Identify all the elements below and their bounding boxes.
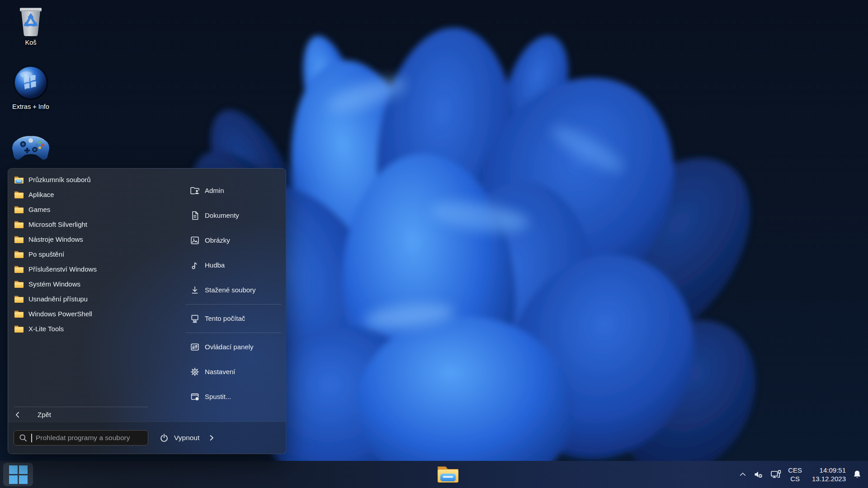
places-separator xyxy=(185,304,281,305)
recycle-bin-icon xyxy=(5,5,56,37)
start-menu-bottom-bar: Prohledat programy a soubory Vypnout xyxy=(8,422,286,454)
start-folder-list: Průzkumník souborů Aplikace Games Micros… xyxy=(8,172,152,336)
start-folder-x-lite-tools[interactable]: X-Lite Tools xyxy=(8,321,152,336)
back-button[interactable]: Zpět xyxy=(8,407,152,422)
folder-icon xyxy=(14,220,24,229)
start-folder-label: Příslušenství Windows xyxy=(28,265,97,273)
clock-date: 13.12.2023 xyxy=(808,474,846,483)
start-folder-microsoft-silverlight[interactable]: Microsoft Silverlight xyxy=(8,217,152,232)
folder-icon xyxy=(14,250,24,258)
start-folder-label: Nástroje Windows xyxy=(28,235,83,243)
desktop-icon-extras-info[interactable]: Extras + Info xyxy=(5,65,56,111)
start-place-label: Nastavení xyxy=(205,368,236,375)
chevron-left-icon xyxy=(14,411,21,418)
start-folder-label: Windows PowerShell xyxy=(28,310,92,318)
control-panel-icon xyxy=(189,342,200,352)
file-explorer-folder-icon xyxy=(14,175,24,184)
start-folder-label: Microsoft Silverlight xyxy=(28,221,87,228)
run-icon xyxy=(189,391,200,402)
start-folder-games[interactable]: Games xyxy=(8,202,152,217)
language-code: CS xyxy=(788,474,802,483)
start-folder-label: Průzkumník souborů xyxy=(28,176,91,183)
search-input[interactable]: Prohledat programy a soubory xyxy=(14,430,148,446)
start-place-label: Stažené soubory xyxy=(205,286,256,294)
start-place-label: Spustit... xyxy=(205,393,231,400)
start-place-nastaveni[interactable]: Nastavení xyxy=(185,359,281,384)
back-label: Zpět xyxy=(38,411,51,418)
start-folder-system-windows[interactable]: Systém Windows xyxy=(8,277,152,291)
settings-icon xyxy=(189,366,200,377)
desktop-icon-label: Koš xyxy=(5,39,56,47)
start-folder-label: Usnadnění přístupu xyxy=(28,295,88,303)
start-folder-label: Games xyxy=(28,206,50,213)
start-menu: Průzkumník souborů Aplikace Games Micros… xyxy=(8,168,286,454)
folder-icon xyxy=(14,280,24,288)
start-menu-main: Průzkumník souborů Aplikace Games Micros… xyxy=(8,169,286,422)
power-button[interactable]: Vypnout xyxy=(159,422,216,454)
language-name: CES xyxy=(788,466,802,475)
start-menu-places-column: Admin Dokumenty Obrázky Hudba Stažené so… xyxy=(185,169,281,409)
volume-muted-icon[interactable] xyxy=(753,469,764,480)
start-place-hudba[interactable]: Hudba xyxy=(185,253,281,277)
start-folder-label: X-Lite Tools xyxy=(28,325,64,333)
folder-list-spacer xyxy=(8,336,152,407)
file-explorer-icon xyxy=(437,464,459,485)
clock[interactable]: 14:09:51 13.12.2023 xyxy=(808,466,846,483)
start-folder-prislusenstvi-windows[interactable]: Příslušenství Windows xyxy=(8,262,152,277)
notifications-bell-icon[interactable] xyxy=(852,469,863,480)
desktop-icon-gamepad[interactable] xyxy=(5,133,56,164)
user-folder-icon xyxy=(189,185,200,196)
folder-icon xyxy=(14,190,24,199)
start-place-label: Admin xyxy=(205,187,224,194)
start-place-dokumenty[interactable]: Dokumenty xyxy=(185,203,281,228)
start-folder-usnadneni-pristupu[interactable]: Usnadnění přístupu xyxy=(8,291,152,306)
power-label: Vypnout xyxy=(174,434,199,442)
start-button[interactable] xyxy=(3,463,33,486)
start-place-label: Obrázky xyxy=(205,236,230,244)
power-icon xyxy=(159,432,170,443)
start-place-ovladaci-panely[interactable]: Ovládací panely xyxy=(185,334,281,359)
taskbar: CES CS 14:09:51 13.12.2023 xyxy=(0,461,868,488)
language-indicator[interactable]: CES CS xyxy=(788,466,802,483)
start-folder-nastroje-windows[interactable]: Nástroje Windows xyxy=(8,232,152,247)
search-placeholder: Prohledat programy a soubory xyxy=(36,434,130,442)
taskbar-file-explorer-button[interactable] xyxy=(436,464,460,485)
start-place-obrazky[interactable]: Obrázky xyxy=(185,228,281,253)
clock-time: 14:09:51 xyxy=(808,466,846,475)
desktop-icon-label: Extras + Info xyxy=(5,103,56,111)
start-place-tento-pocitac[interactable]: Tento počítač xyxy=(185,306,281,331)
extras-info-orb-icon xyxy=(5,65,56,101)
start-folder-aplikace[interactable]: Aplikace xyxy=(8,187,152,202)
gamepad-icon xyxy=(5,133,56,163)
network-ethernet-icon[interactable] xyxy=(770,469,782,480)
start-folder-windows-powershell[interactable]: Windows PowerShell xyxy=(8,306,152,321)
windows-logo-icon xyxy=(9,465,28,484)
start-folder-po-spusteni[interactable]: Po spuštění xyxy=(8,247,152,262)
places-separator xyxy=(185,333,281,333)
music-icon xyxy=(189,260,200,271)
folder-icon xyxy=(14,235,24,244)
folder-icon xyxy=(14,295,24,303)
start-place-label: Ovládací panely xyxy=(205,343,254,351)
start-place-label: Tento počítač xyxy=(205,314,245,322)
start-folder-pruzkumnik-souboru[interactable]: Průzkumník souborů xyxy=(8,172,152,187)
folder-icon xyxy=(14,265,24,273)
folder-icon xyxy=(14,205,24,214)
start-menu-folder-column: Průzkumník souborů Aplikace Games Micros… xyxy=(8,169,152,422)
folder-icon xyxy=(14,310,24,318)
start-place-label: Hudba xyxy=(205,261,225,269)
folder-icon xyxy=(14,324,24,333)
pictures-icon xyxy=(189,235,200,246)
start-place-spustit[interactable]: Spustit... xyxy=(185,384,281,409)
start-place-admin[interactable]: Admin xyxy=(185,178,281,203)
start-folder-label: Po spuštění xyxy=(28,250,64,258)
system-tray: CES CS 14:09:51 13.12.2023 xyxy=(738,461,863,488)
start-place-label: Dokumenty xyxy=(205,211,239,219)
search-icon xyxy=(19,433,28,442)
start-folder-label: Systém Windows xyxy=(28,280,80,288)
computer-icon xyxy=(189,313,200,324)
tray-chevron-up-icon[interactable] xyxy=(738,470,747,479)
start-folder-label: Aplikace xyxy=(28,191,54,198)
start-place-stazene-soubory[interactable]: Stažené soubory xyxy=(185,277,281,302)
desktop-icon-recycle-bin[interactable]: Koš xyxy=(5,5,56,47)
